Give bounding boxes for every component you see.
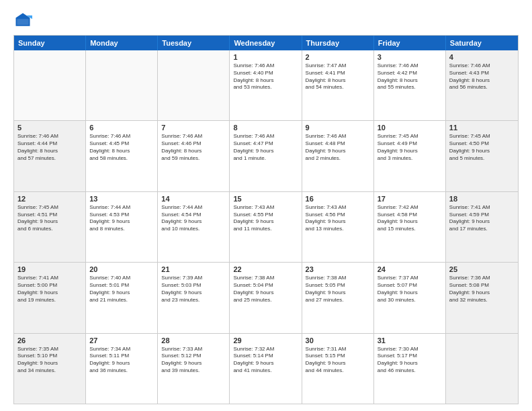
cell-content: Sunrise: 7:45 AM Sunset: 4:49 PM Dayligh…	[378, 133, 442, 162]
calendar-cell-r4-c1: 27Sunrise: 7:34 AM Sunset: 5:11 PM Dayli…	[86, 334, 158, 404]
day-number: 18	[449, 195, 515, 203]
day-number: 13	[89, 195, 154, 203]
day-number: 2	[306, 53, 370, 61]
calendar-row-1: 5Sunrise: 7:46 AM Sunset: 4:44 PM Daylig…	[14, 120, 518, 191]
calendar-row-3: 19Sunrise: 7:41 AM Sunset: 5:00 PM Dayli…	[14, 262, 518, 332]
calendar-header: SundayMondayTuesdayWednesdayThursdayFrid…	[14, 36, 518, 50]
cell-content: Sunrise: 7:45 AM Sunset: 4:50 PM Dayligh…	[449, 133, 515, 162]
day-number: 21	[161, 265, 226, 273]
cell-content: Sunrise: 7:42 AM Sunset: 4:58 PM Dayligh…	[378, 204, 442, 233]
day-number: 29	[233, 336, 298, 345]
cell-content: Sunrise: 7:46 AM Sunset: 4:48 PM Dayligh…	[306, 133, 370, 162]
day-number: 8	[233, 124, 298, 132]
cell-content: Sunrise: 7:46 AM Sunset: 4:44 PM Dayligh…	[17, 133, 82, 162]
header	[13, 11, 519, 30]
day-number: 5	[17, 124, 82, 132]
cell-content: Sunrise: 7:40 AM Sunset: 5:01 PM Dayligh…	[89, 275, 154, 304]
cell-content: Sunrise: 7:31 AM Sunset: 5:15 PM Dayligh…	[306, 346, 370, 375]
day-number: 6	[89, 124, 154, 132]
calendar-cell-r1-c3: 8Sunrise: 7:46 AM Sunset: 4:47 PM Daylig…	[230, 121, 302, 191]
calendar-cell-r2-c1: 13Sunrise: 7:44 AM Sunset: 4:53 PM Dayli…	[86, 192, 158, 262]
cell-content: Sunrise: 7:46 AM Sunset: 4:40 PM Dayligh…	[233, 62, 298, 91]
cell-content: Sunrise: 7:32 AM Sunset: 5:14 PM Dayligh…	[233, 346, 298, 375]
calendar-cell-r1-c2: 7Sunrise: 7:46 AM Sunset: 4:46 PM Daylig…	[158, 121, 230, 191]
day-number: 28	[161, 336, 226, 345]
cell-content: Sunrise: 7:46 AM Sunset: 4:45 PM Dayligh…	[89, 133, 154, 162]
calendar-cell-r1-c6: 11Sunrise: 7:45 AM Sunset: 4:50 PM Dayli…	[446, 121, 518, 191]
day-number: 19	[17, 265, 82, 273]
weekday-header-saturday: Saturday	[446, 36, 518, 50]
cell-content: Sunrise: 7:45 AM Sunset: 4:51 PM Dayligh…	[17, 204, 82, 233]
day-number: 22	[233, 265, 298, 273]
calendar-cell-r0-c1	[86, 50, 158, 120]
cell-content: Sunrise: 7:30 AM Sunset: 5:17 PM Dayligh…	[378, 346, 442, 375]
calendar-cell-r2-c4: 16Sunrise: 7:43 AM Sunset: 4:56 PM Dayli…	[302, 192, 374, 262]
day-number: 3	[378, 53, 442, 61]
calendar-cell-r1-c5: 10Sunrise: 7:45 AM Sunset: 4:49 PM Dayli…	[374, 121, 446, 191]
cell-content: Sunrise: 7:38 AM Sunset: 5:05 PM Dayligh…	[306, 275, 370, 304]
day-number: 4	[449, 53, 515, 61]
weekday-header-wednesday: Wednesday	[230, 36, 302, 50]
cell-content: Sunrise: 7:43 AM Sunset: 4:56 PM Dayligh…	[306, 204, 370, 233]
day-number: 25	[449, 265, 515, 273]
cell-content: Sunrise: 7:41 AM Sunset: 4:59 PM Dayligh…	[449, 204, 515, 233]
day-number: 26	[17, 336, 82, 345]
calendar-cell-r3-c3: 22Sunrise: 7:38 AM Sunset: 5:04 PM Dayli…	[230, 263, 302, 332]
day-number: 11	[449, 124, 515, 132]
calendar-row-2: 12Sunrise: 7:45 AM Sunset: 4:51 PM Dayli…	[14, 191, 518, 262]
weekday-header-sunday: Sunday	[14, 36, 86, 50]
calendar-cell-r2-c0: 12Sunrise: 7:45 AM Sunset: 4:51 PM Dayli…	[14, 192, 86, 262]
cell-content: Sunrise: 7:33 AM Sunset: 5:12 PM Dayligh…	[161, 346, 226, 375]
day-number: 30	[306, 336, 370, 345]
calendar-cell-r0-c3: 1Sunrise: 7:46 AM Sunset: 4:40 PM Daylig…	[230, 50, 302, 120]
calendar-row-0: 1Sunrise: 7:46 AM Sunset: 4:40 PM Daylig…	[14, 50, 518, 120]
cell-content: Sunrise: 7:39 AM Sunset: 5:03 PM Dayligh…	[161, 275, 226, 304]
weekday-header-thursday: Thursday	[302, 36, 374, 50]
cell-content: Sunrise: 7:46 AM Sunset: 4:47 PM Dayligh…	[233, 133, 298, 162]
cell-content: Sunrise: 7:37 AM Sunset: 5:07 PM Dayligh…	[378, 275, 442, 304]
cell-content: Sunrise: 7:46 AM Sunset: 4:43 PM Dayligh…	[449, 62, 515, 91]
cell-content: Sunrise: 7:36 AM Sunset: 5:08 PM Dayligh…	[449, 275, 515, 304]
logo	[13, 11, 35, 30]
day-number: 31	[378, 336, 442, 345]
calendar-cell-r4-c3: 29Sunrise: 7:32 AM Sunset: 5:14 PM Dayli…	[230, 334, 302, 404]
day-number: 20	[89, 265, 154, 273]
day-number: 15	[233, 195, 298, 203]
cell-content: Sunrise: 7:43 AM Sunset: 4:55 PM Dayligh…	[233, 204, 298, 233]
cell-content: Sunrise: 7:34 AM Sunset: 5:11 PM Dayligh…	[89, 346, 154, 375]
cell-content: Sunrise: 7:38 AM Sunset: 5:04 PM Dayligh…	[233, 275, 298, 304]
weekday-header-tuesday: Tuesday	[158, 36, 230, 50]
calendar-cell-r3-c6: 25Sunrise: 7:36 AM Sunset: 5:08 PM Dayli…	[446, 263, 518, 332]
weekday-header-monday: Monday	[86, 36, 158, 50]
day-number: 24	[378, 265, 442, 273]
calendar-cell-r1-c1: 6Sunrise: 7:46 AM Sunset: 4:45 PM Daylig…	[86, 121, 158, 191]
page: SundayMondayTuesdayWednesdayThursdayFrid…	[0, 0, 532, 411]
calendar-cell-r2-c3: 15Sunrise: 7:43 AM Sunset: 4:55 PM Dayli…	[230, 192, 302, 262]
calendar: SundayMondayTuesdayWednesdayThursdayFrid…	[13, 35, 519, 404]
day-number: 12	[17, 195, 82, 203]
day-number: 9	[306, 124, 370, 132]
day-number: 27	[89, 336, 154, 345]
cell-content: Sunrise: 7:46 AM Sunset: 4:46 PM Dayligh…	[161, 133, 226, 162]
weekday-header-friday: Friday	[374, 36, 446, 50]
calendar-cell-r3-c0: 19Sunrise: 7:41 AM Sunset: 5:00 PM Dayli…	[14, 263, 86, 332]
cell-content: Sunrise: 7:46 AM Sunset: 4:42 PM Dayligh…	[378, 62, 442, 91]
calendar-body: 1Sunrise: 7:46 AM Sunset: 4:40 PM Daylig…	[14, 50, 518, 404]
calendar-cell-r4-c6	[446, 334, 518, 404]
day-number: 16	[306, 195, 370, 203]
calendar-cell-r1-c0: 5Sunrise: 7:46 AM Sunset: 4:44 PM Daylig…	[14, 121, 86, 191]
calendar-cell-r3-c1: 20Sunrise: 7:40 AM Sunset: 5:01 PM Dayli…	[86, 263, 158, 332]
calendar-cell-r1-c4: 9Sunrise: 7:46 AM Sunset: 4:48 PM Daylig…	[302, 121, 374, 191]
cell-content: Sunrise: 7:44 AM Sunset: 4:54 PM Dayligh…	[161, 204, 226, 233]
calendar-cell-r0-c5: 3Sunrise: 7:46 AM Sunset: 4:42 PM Daylig…	[374, 50, 446, 120]
calendar-cell-r2-c6: 18Sunrise: 7:41 AM Sunset: 4:59 PM Dayli…	[446, 192, 518, 262]
cell-content: Sunrise: 7:47 AM Sunset: 4:41 PM Dayligh…	[306, 62, 370, 91]
cell-content: Sunrise: 7:41 AM Sunset: 5:00 PM Dayligh…	[17, 275, 82, 304]
calendar-cell-r2-c5: 17Sunrise: 7:42 AM Sunset: 4:58 PM Dayli…	[374, 192, 446, 262]
day-number: 1	[233, 53, 298, 61]
calendar-cell-r3-c5: 24Sunrise: 7:37 AM Sunset: 5:07 PM Dayli…	[374, 263, 446, 332]
calendar-cell-r0-c4: 2Sunrise: 7:47 AM Sunset: 4:41 PM Daylig…	[302, 50, 374, 120]
calendar-cell-r3-c2: 21Sunrise: 7:39 AM Sunset: 5:03 PM Dayli…	[158, 263, 230, 332]
day-number: 7	[161, 124, 226, 132]
logo-icon	[13, 11, 32, 30]
